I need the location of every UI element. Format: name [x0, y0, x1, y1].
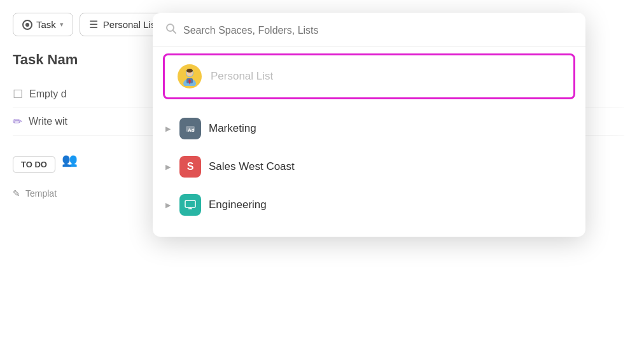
- template-icon: ✎: [13, 188, 20, 199]
- user-icon: 👥: [62, 152, 78, 167]
- svg-text:Ad: Ad: [188, 127, 195, 133]
- task-button[interactable]: Task ▾: [13, 13, 73, 36]
- personal-list-dropdown-label: Personal List: [211, 70, 273, 83]
- engineering-icon: [179, 194, 201, 216]
- template-label: Templat: [25, 188, 57, 199]
- svg-line-1: [173, 31, 176, 34]
- task-radio-icon: [22, 20, 32, 30]
- avatar: [178, 64, 202, 88]
- search-input[interactable]: [183, 25, 573, 36]
- task-label: Task: [36, 19, 56, 30]
- search-icon: [165, 23, 177, 38]
- dropdown-overlay: Personal List ▶ Ad Marketing ▶ S Sales W…: [153, 13, 585, 237]
- search-row: [153, 23, 585, 47]
- pencil-icon: ✏: [13, 115, 22, 129]
- sales-icon: S: [179, 156, 201, 178]
- dropdown-item-sales[interactable]: ▶ S Sales West Coast: [165, 148, 573, 186]
- task-1-label: Empty d: [29, 88, 67, 100]
- marketing-label: Marketing: [209, 122, 256, 135]
- svg-point-7: [186, 69, 193, 73]
- chevron-right-icon-marketing: ▶: [165, 125, 171, 133]
- list-icon: ☰: [89, 18, 98, 31]
- task-2-label: Write wit: [29, 116, 67, 127]
- svg-rect-10: [185, 200, 195, 207]
- chevron-right-icon-sales: ▶: [165, 163, 171, 171]
- personal-list-button-label: Personal List: [103, 19, 158, 30]
- marketing-icon: Ad: [179, 118, 201, 139]
- task-chevron: ▾: [60, 20, 64, 29]
- engineering-label: Engineering: [209, 199, 267, 211]
- dropdown-item-marketing[interactable]: ▶ Ad Marketing: [165, 109, 573, 148]
- personal-list-selected-item[interactable]: Personal List: [163, 53, 575, 99]
- todo-badge[interactable]: TO DO: [13, 156, 55, 173]
- dropdown-items-list: ▶ Ad Marketing ▶ S Sales West Coast ▶: [153, 106, 585, 224]
- chevron-right-icon-engineering: ▶: [165, 201, 171, 209]
- doc-icon: ☐: [13, 87, 23, 101]
- sales-label: Sales West Coast: [209, 160, 295, 173]
- dropdown-item-engineering[interactable]: ▶ Engineering: [165, 186, 573, 224]
